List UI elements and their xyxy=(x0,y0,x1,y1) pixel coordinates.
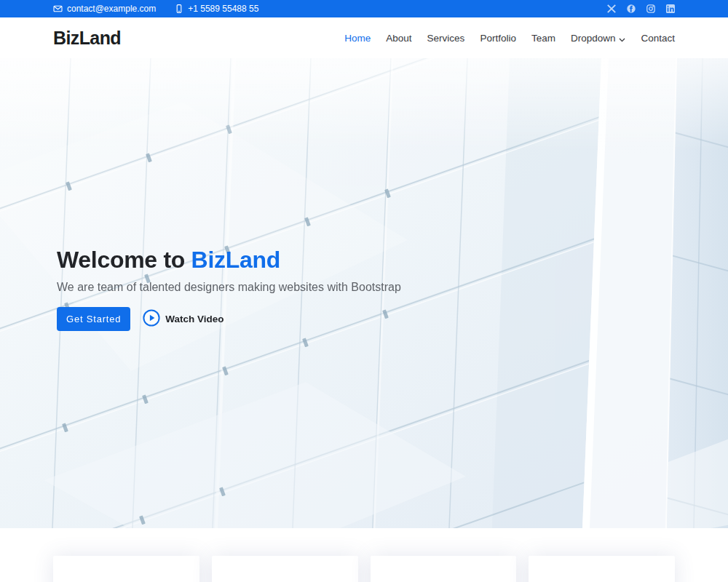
service-card xyxy=(529,556,675,582)
hero-cta-row: Get Started Watch Video xyxy=(57,307,523,331)
featured-services-section xyxy=(0,528,728,582)
mobile-phone-icon xyxy=(175,4,183,13)
watch-video-button[interactable]: Watch Video xyxy=(143,309,223,330)
service-card xyxy=(53,556,199,582)
phone-text: +1 5589 55488 55 xyxy=(188,4,258,14)
service-cards-row xyxy=(53,556,675,582)
service-card xyxy=(371,556,517,582)
topbar-social xyxy=(607,4,675,13)
topbar: contact@example.com +1 5589 55488 55 xyxy=(0,0,728,17)
main-nav: Home About Services Portfolio Team Dropd… xyxy=(344,32,675,44)
nav-item-team[interactable]: Team xyxy=(531,33,555,44)
hero-subtitle: We are team of talented designers making… xyxy=(57,279,523,295)
nav-item-contact[interactable]: Contact xyxy=(641,33,675,44)
envelope-icon xyxy=(53,4,63,13)
hero-content: Welcome to BizLand We are team of talent… xyxy=(57,246,523,331)
hero-title-brand: BizLand xyxy=(191,247,280,273)
nav-item-portfolio[interactable]: Portfolio xyxy=(480,33,516,44)
nav-item-dropdown[interactable]: Dropdown xyxy=(571,32,626,44)
hero-title: Welcome to BizLand xyxy=(57,246,523,274)
site-header: BizLand Home About Services Portfolio Te… xyxy=(0,17,728,58)
nav-item-about[interactable]: About xyxy=(386,33,411,44)
linkedin-icon[interactable] xyxy=(666,4,675,13)
service-card xyxy=(212,556,358,582)
nav-item-home[interactable]: Home xyxy=(344,33,371,44)
x-twitter-icon[interactable] xyxy=(607,4,616,13)
watch-video-label: Watch Video xyxy=(165,314,223,324)
get-started-button[interactable]: Get Started xyxy=(57,307,130,331)
instagram-icon[interactable] xyxy=(646,4,655,13)
phone-link[interactable]: +1 5589 55488 55 xyxy=(175,4,258,14)
nav-item-services[interactable]: Services xyxy=(427,33,465,44)
facebook-icon[interactable] xyxy=(627,4,636,13)
email-text: contact@example.com xyxy=(67,4,156,14)
play-icon xyxy=(143,309,160,330)
logo[interactable]: BizLand xyxy=(53,28,121,49)
email-link[interactable]: contact@example.com xyxy=(53,4,156,14)
chevron-down-icon xyxy=(619,33,625,44)
topbar-contact: contact@example.com +1 5589 55488 55 xyxy=(53,4,277,14)
hero-section: Welcome to BizLand We are team of talent… xyxy=(0,58,728,528)
